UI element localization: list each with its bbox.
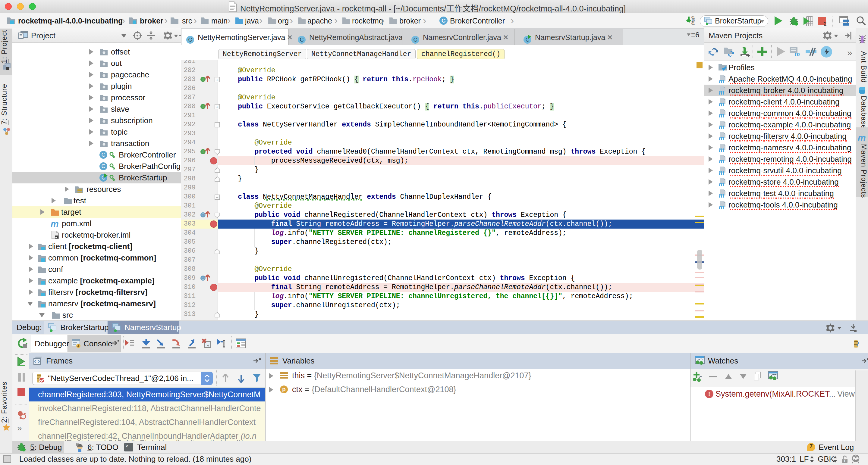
svg-text:m: m <box>719 191 724 198</box>
svg-text:m: m <box>719 203 724 210</box>
svg-text:T: T <box>844 459 846 463</box>
svg-text:m: m <box>719 111 724 118</box>
svg-text:m: m <box>795 50 800 57</box>
svg-text:m: m <box>719 77 724 84</box>
svg-text:m: m <box>719 145 724 153</box>
svg-text:m: m <box>719 180 724 187</box>
svg-text:01: 01 <box>691 22 695 25</box>
svg-text:m: m <box>719 88 724 95</box>
svg-text:m: m <box>719 123 724 130</box>
svg-text:m: m <box>719 134 724 141</box>
svg-text:m: m <box>719 157 724 164</box>
svg-text:m: m <box>719 168 724 175</box>
svg-text:m: m <box>719 100 724 107</box>
